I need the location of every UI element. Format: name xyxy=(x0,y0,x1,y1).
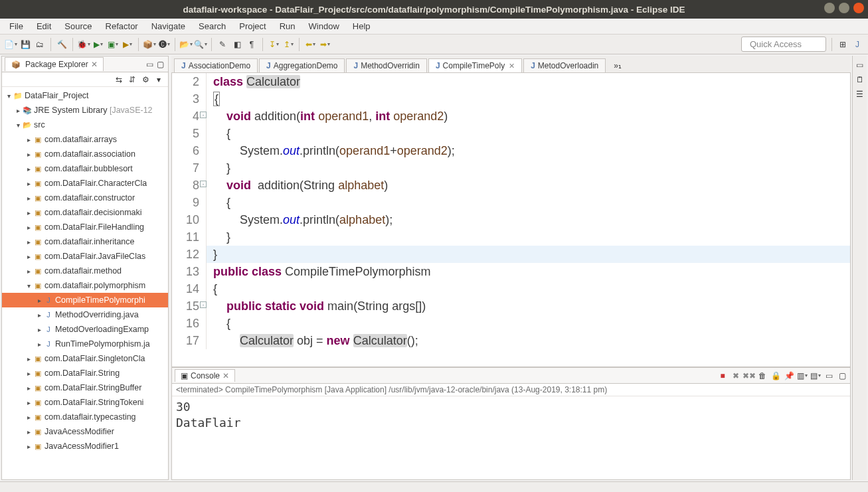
editor-tab[interactable]: JMethodOverridin xyxy=(346,58,426,72)
close-icon[interactable]: ✕ xyxy=(91,60,98,69)
scroll-lock-icon[interactable]: 🔒 xyxy=(770,370,781,381)
menu-refactor[interactable]: Refactor xyxy=(100,20,143,33)
code-text: { xyxy=(207,315,230,332)
package-node[interactable]: ▸▣com.dataflair.typecasting xyxy=(2,410,168,424)
menu-project[interactable]: Project xyxy=(234,20,271,33)
java-perspective-icon[interactable]: J xyxy=(852,39,863,50)
open-perspective-icon[interactable]: ⊞ xyxy=(837,39,848,50)
editor-overflow[interactable]: »₁ xyxy=(607,59,628,72)
view-menu-icon[interactable]: ▾ xyxy=(153,74,164,85)
menu-window[interactable]: Window xyxy=(304,20,345,33)
editor-tab[interactable]: JCompileTimePoly✕ xyxy=(428,58,522,72)
package-node[interactable]: ▸▣com.dataflair.constructor xyxy=(2,191,168,205)
package-node[interactable]: ▸▣com.dataflair.arrays xyxy=(2,132,168,147)
prev-annotation-icon[interactable]: ↥ xyxy=(283,39,294,50)
quick-access-input[interactable]: Quick Access xyxy=(741,37,826,52)
package-node[interactable]: ▸▣com.DataFlair.CharacterCla xyxy=(2,176,168,191)
package-explorer-tab[interactable]: 📦 Package Explorer ✕ xyxy=(5,57,104,71)
terminate-icon[interactable]: ■ xyxy=(717,370,728,381)
window-close-button[interactable] xyxy=(853,3,864,13)
console-output[interactable]: 30 DataFlair xyxy=(172,396,850,479)
window-minimize-button[interactable] xyxy=(824,3,835,13)
next-annotation-icon[interactable]: ↧ xyxy=(268,39,279,50)
display-selected-icon[interactable]: ▥ xyxy=(797,370,808,381)
tree-label: com.dataflair.bubblesort xyxy=(44,164,133,173)
fold-icon[interactable]: - xyxy=(200,301,207,308)
filter-icon[interactable]: ⚙ xyxy=(140,74,151,85)
package-node[interactable]: ▸▣com.dataflair.bubblesort xyxy=(2,161,168,176)
package-node[interactable]: ▸▣JavaAcessModifier xyxy=(2,424,168,439)
open-console-icon[interactable]: ▤ xyxy=(810,370,821,381)
java-file-node[interactable]: ▸JCompileTimePolymorphi xyxy=(2,293,168,307)
status-bar xyxy=(0,481,868,492)
build-icon[interactable]: 🔨 xyxy=(56,39,67,50)
menu-navigate[interactable]: Navigate xyxy=(146,20,191,33)
package-node[interactable]: ▸▣com.DataFlair.FileHandling xyxy=(2,220,168,234)
java-file-node[interactable]: ▸JRunTimePolymorphism.ja xyxy=(2,337,168,351)
src-node[interactable]: ▾📂 src xyxy=(2,118,168,132)
new-package-icon[interactable]: 📦 xyxy=(144,39,155,50)
project-node[interactable]: ▾📁 DataFlair_Project xyxy=(2,88,168,103)
menu-file[interactable]: File xyxy=(4,20,29,33)
package-node[interactable]: ▸▣com.DataFlair.SingletonCla xyxy=(2,351,168,366)
toggle-block-icon[interactable]: ◧ xyxy=(232,39,242,50)
package-node[interactable]: ▸▣com.dataflair.association xyxy=(2,147,168,161)
package-node-open[interactable]: ▾▣ com.dataflair.polymorphism xyxy=(2,278,168,293)
java-file-node[interactable]: ▸JMethodOverriding.java xyxy=(2,307,168,322)
menu-help[interactable]: Help xyxy=(347,20,376,33)
package-explorer-tree[interactable]: ▾📁 DataFlair_Project ▸📚 JRE System Libra… xyxy=(2,87,168,479)
editor-tab[interactable]: JMetodOverloadin xyxy=(523,58,606,72)
package-node[interactable]: ▸▣com.dataflair.decisionmaki xyxy=(2,205,168,220)
forward-icon[interactable]: ➡ xyxy=(319,39,330,50)
save-all-icon[interactable]: 🗂 xyxy=(35,39,45,50)
new-icon[interactable]: 📄 xyxy=(5,39,16,50)
java-file-node[interactable]: ▸JMetodOverloadingExamp xyxy=(2,322,168,337)
menu-run[interactable]: Run xyxy=(274,20,301,33)
toolbar-separator xyxy=(262,38,263,51)
package-node[interactable]: ▸▣JavaAcessModifier1 xyxy=(2,439,168,453)
search-icon[interactable]: 🔍 xyxy=(195,39,206,50)
package-node[interactable]: ▸▣com.dataflair.inheritance xyxy=(2,234,168,249)
pin-console-icon[interactable]: 📌 xyxy=(784,370,794,381)
window-maximize-button[interactable] xyxy=(839,3,849,13)
back-icon[interactable]: ⬅ xyxy=(305,39,315,50)
menu-edit[interactable]: Edit xyxy=(31,20,56,33)
remove-launch-icon[interactable]: ✖ xyxy=(731,370,741,381)
editor-tab[interactable]: JAssociationDemo xyxy=(174,58,258,72)
package-node[interactable]: ▸▣com.DataFlair.StringBuffer xyxy=(2,380,168,395)
open-type-icon[interactable]: 📂 xyxy=(181,39,191,50)
menu-source[interactable]: Source xyxy=(59,20,97,33)
toggle-ws-icon[interactable]: ¶ xyxy=(246,39,257,50)
close-icon[interactable]: ✕ xyxy=(509,62,515,70)
menu-search[interactable]: Search xyxy=(193,20,231,33)
jre-node[interactable]: ▸📚 JRE System Library [JavaSE-12 xyxy=(2,103,168,118)
package-node[interactable]: ▸▣com.dataflair.method xyxy=(2,264,168,278)
new-class-icon[interactable]: 🅒 xyxy=(159,39,169,50)
link-editor-icon[interactable]: ⇵ xyxy=(127,74,137,85)
save-icon[interactable]: 💾 xyxy=(20,39,31,50)
view-maximize-icon[interactable]: ▢ xyxy=(837,370,847,381)
console-tab[interactable]: ▣ Console ✕ xyxy=(175,369,235,382)
package-node[interactable]: ▸▣com.DataFlair.StringTokeni xyxy=(2,395,168,410)
debug-icon[interactable]: 🐞 xyxy=(78,39,89,50)
collapse-all-icon[interactable]: ⇆ xyxy=(114,74,124,85)
coverage-icon[interactable]: ▣ xyxy=(108,39,118,50)
editor-tab[interactable]: JAggregationDemo xyxy=(259,58,345,72)
toggle-mark-icon[interactable]: ✎ xyxy=(217,39,228,50)
close-icon[interactable]: ✕ xyxy=(222,371,229,380)
package-node[interactable]: ▸▣com.DataFlair.String xyxy=(2,366,168,380)
clear-console-icon[interactable]: 🗑 xyxy=(757,370,768,381)
run-last-icon[interactable]: ▶ xyxy=(122,39,133,50)
fold-icon[interactable]: - xyxy=(200,181,207,187)
package-node[interactable]: ▸▣com.DataFlair.JavaFileClas xyxy=(2,249,168,264)
restore-icon[interactable]: ▭ xyxy=(855,60,865,70)
run-icon[interactable]: ▶ xyxy=(93,39,104,50)
remove-all-icon[interactable]: ✖✖ xyxy=(744,370,754,381)
outline-icon[interactable]: ☰ xyxy=(855,89,865,100)
task-list-icon[interactable]: 🗒 xyxy=(855,74,865,85)
code-editor[interactable]: 2class Calculator 3{ 4- void addition(in… xyxy=(171,73,851,367)
view-maximize-icon[interactable]: ▢ xyxy=(155,59,165,70)
fold-icon[interactable]: - xyxy=(200,112,207,118)
view-minimize-icon[interactable]: ▭ xyxy=(824,370,834,381)
view-minimize-icon[interactable]: ▭ xyxy=(144,59,155,70)
